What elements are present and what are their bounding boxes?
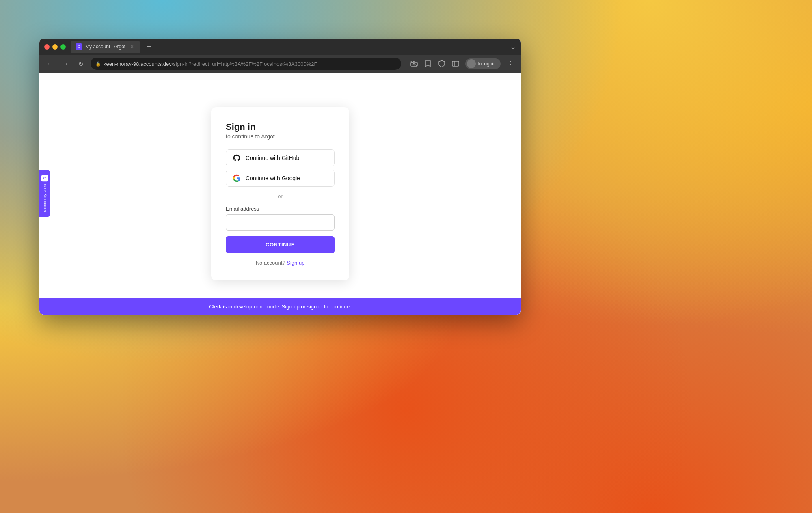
profile-avatar [467,59,476,68]
more-menu-button[interactable]: ⋮ [505,58,516,69]
back-button[interactable]: ← [44,58,56,69]
browser-tab[interactable]: C My account | Argot × [71,41,140,53]
github-btn-label: Continue with GitHub [246,155,299,161]
email-input[interactable] [226,214,335,231]
svg-rect-3 [452,61,459,66]
clerk-secured-text: Secured by Clerk [43,184,47,212]
title-bar: C My account | Argot × + ⌄ [39,39,521,55]
browser-content: C Secured by Clerk Sign in to continue t… [39,73,521,315]
url-path: /sign-in?redirect_url=http%3A%2F%2Flocal… [172,61,317,67]
no-account-section: No account? Sign up [226,260,335,266]
dev-mode-banner: Clerk is in development mode. Sign up or… [39,298,521,315]
close-window-button[interactable] [44,44,50,50]
signin-title: Sign in [226,122,335,132]
toolbar-icons [408,58,461,69]
signin-card: Sign in to continue to Argot Continue wi… [211,107,349,280]
shield-icon[interactable] [436,58,447,69]
profile-label: Incognito [477,61,497,67]
no-account-text: No account? [256,260,285,266]
refresh-button[interactable]: ↻ [75,58,86,69]
github-signin-button[interactable]: Continue with GitHub [226,149,335,166]
url-text: keen-moray-98.accounts.dev/sign-in?redir… [104,61,317,67]
browser-window: C My account | Argot × + ⌄ ← → ↻ 🔒 keen-… [39,39,521,315]
clerk-logo: C [41,175,48,181]
google-icon [233,174,241,182]
minimize-window-button[interactable] [52,44,58,50]
tab-favicon: C [76,43,82,50]
tab-title: My account | Argot [85,44,125,50]
clerk-sidebar-tag[interactable]: C Secured by Clerk [39,170,50,217]
address-bar: ← → ↻ 🔒 keen-moray-98.accounts.dev/sign-… [39,55,521,73]
profile-button[interactable]: Incognito [465,58,501,69]
tab-close-button[interactable]: × [129,43,135,50]
maximize-window-button[interactable] [60,44,66,50]
lock-icon: 🔒 [95,61,101,67]
url-bar[interactable]: 🔒 keen-moray-98.accounts.dev/sign-in?red… [91,58,401,70]
url-domain: keen-moray-98.accounts.dev [104,61,172,67]
tabs-bar: C My account | Argot × + [71,41,510,53]
page-content: C Secured by Clerk Sign in to continue t… [39,73,521,315]
divider-line-right [287,196,335,196]
github-icon [233,154,241,162]
window-controls[interactable]: ⌄ [510,42,516,51]
google-btn-label: Continue with Google [246,175,300,181]
google-signin-button[interactable]: Continue with Google [226,170,335,187]
sign-up-link[interactable]: Sign up [287,260,304,266]
continue-button[interactable]: CONTINUE [226,236,335,253]
divider-text: or [278,193,283,199]
new-tab-button[interactable]: + [143,41,155,52]
traffic-lights [44,44,66,50]
dev-banner-text: Clerk is in development mode. Sign up or… [209,304,351,310]
forward-button[interactable]: → [60,58,71,69]
email-label: Email address [226,206,335,212]
divider-line-left [226,196,273,196]
signin-subtitle: to continue to Argot [226,133,335,140]
sidebar-icon[interactable] [450,58,461,69]
bookmark-icon[interactable] [422,58,434,69]
camera-off-icon [408,58,420,69]
divider: or [226,193,335,199]
